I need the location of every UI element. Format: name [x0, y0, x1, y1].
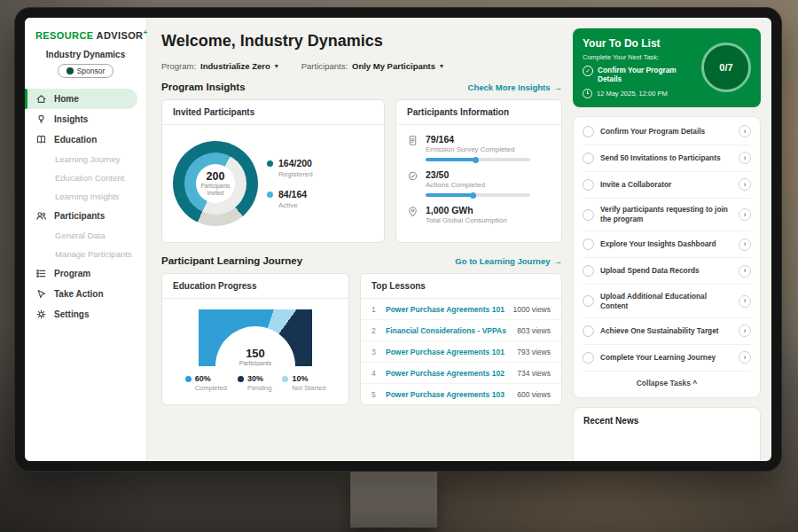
- legend-not-started: 10% Not Started: [282, 374, 325, 392]
- top-lessons-card: Top Lessons 1 Power Purchase Agreements …: [360, 273, 562, 405]
- sidebar-item-program[interactable]: Program: [25, 263, 146, 284]
- checkbox-icon[interactable]: [583, 209, 594, 221]
- chevron-down-icon: ▾: [440, 62, 443, 70]
- check-circle-icon: [407, 170, 419, 182]
- sidebar-item-home[interactable]: Home: [25, 89, 137, 109]
- sidebar-item-education[interactable]: Education: [25, 129, 146, 150]
- chevron-right-icon[interactable]: ›: [739, 239, 751, 251]
- todo-next-task[interactable]: ✓ Confirm Your Program Details: [583, 66, 694, 84]
- task-item[interactable]: Confirm Your Program Details ›: [583, 119, 751, 145]
- invited-participants-card: Invited Participants 200 Participants In…: [161, 99, 385, 243]
- check-more-insights-link[interactable]: Check More Insights →: [468, 82, 562, 92]
- checkbox-icon[interactable]: [583, 126, 594, 137]
- sidebar-item-manage-participants[interactable]: Manage Participants: [25, 245, 146, 263]
- chevron-right-icon[interactable]: ›: [739, 325, 751, 337]
- org-name: Industry Dynamics: [25, 50, 146, 59]
- chevron-right-icon[interactable]: ›: [739, 178, 751, 191]
- invited-donut: 200 Participants Invited: [173, 141, 258, 226]
- chevron-right-icon[interactable]: ›: [739, 125, 751, 137]
- legend-completed: 60% Completed: [185, 374, 227, 392]
- program-filter[interactable]: Program: Industrialize Zero ▾: [161, 61, 278, 71]
- gauge-center-value: 150: [199, 348, 312, 360]
- card-title: Education Progress: [162, 274, 348, 299]
- progress-bar: [426, 158, 530, 161]
- task-item[interactable]: Send 50 Invitations to Participants ›: [583, 145, 751, 172]
- lesson-row[interactable]: 2 Financial Considerations - VPPAs 803 v…: [361, 320, 561, 341]
- lesson-link[interactable]: Power Purchase Agreements 101: [386, 305, 505, 314]
- legend-dot: [267, 192, 273, 198]
- task-item[interactable]: Invite a Collaborator ›: [583, 172, 751, 199]
- todo-progress-ring: 0/7: [701, 43, 751, 92]
- legend-dot: [185, 376, 192, 382]
- monitor-frame: RESOURCEADVISOR+ Industry Dynamics Spons…: [14, 7, 782, 472]
- collapse-tasks-button[interactable]: Collapse Tasks ^: [583, 372, 751, 395]
- checkbox-icon[interactable]: [583, 325, 594, 337]
- participants-filter-value: Only My Participants: [352, 61, 435, 71]
- lesson-row[interactable]: 5 Power Purchase Agreements 103 600 view…: [361, 384, 561, 404]
- lesson-row[interactable]: 3 Power Purchase Agreements 101 793 view…: [361, 341, 561, 363]
- caret-up-icon: ^: [692, 379, 697, 387]
- sponsor-badge-label: Sponsor: [77, 66, 106, 75]
- app-logo: RESOURCEADVISOR+: [25, 27, 146, 41]
- lesson-link[interactable]: Power Purchase Agreements 101: [386, 348, 510, 356]
- sidebar-item-take-action[interactable]: Take Action: [25, 284, 146, 304]
- todo-subtitle: Complete Your Next Task:: [583, 53, 694, 61]
- lesson-row[interactable]: 4 Power Purchase Agreements 102 734 view…: [361, 363, 561, 384]
- task-item[interactable]: Complete Your Learning Journey ›: [583, 345, 751, 372]
- checkbox-icon[interactable]: [583, 295, 594, 307]
- todo-summary-card: Your To Do List Complete Your Next Task:…: [573, 28, 761, 107]
- legend-dot: [238, 376, 244, 382]
- legend-dot: [282, 376, 288, 382]
- chevron-right-icon[interactable]: ›: [739, 152, 751, 164]
- sidebar-item-learning-journey[interactable]: Learning Journey: [25, 150, 146, 168]
- chevron-right-icon[interactable]: ›: [739, 295, 751, 308]
- sidebar-item-settings[interactable]: Settings: [25, 304, 146, 325]
- sidebar: RESOURCEADVISOR+ Industry Dynamics Spons…: [25, 18, 147, 461]
- chevron-right-icon[interactable]: ›: [739, 351, 751, 364]
- book-icon: [35, 134, 47, 145]
- education-gauge: 150 Participants: [199, 309, 312, 366]
- go-to-learning-journey-link[interactable]: Go to Learning Journey →: [455, 256, 562, 266]
- sidebar-item-learning-insights[interactable]: Learning Insights: [25, 187, 146, 206]
- participants-filter[interactable]: Participants: Only My Participants ▾: [301, 61, 443, 71]
- map-pin-icon: [407, 206, 419, 217]
- task-item[interactable]: Upload Spend Data Records ›: [583, 258, 751, 285]
- lesson-link[interactable]: Power Purchase Agreements 103: [386, 390, 510, 399]
- filter-bar: Program: Industrialize Zero ▾ Participan…: [161, 61, 562, 71]
- lesson-link[interactable]: Power Purchase Agreements 102: [386, 369, 510, 378]
- participants-filter-label: Participants:: [301, 61, 348, 71]
- clipboard-icon: [407, 135, 419, 146]
- sidebar-item-insights[interactable]: Insights: [25, 109, 146, 129]
- checkbox-icon[interactable]: [583, 153, 594, 164]
- lesson-row[interactable]: 1 Power Purchase Agreements 101 1000 vie…: [361, 299, 561, 320]
- donut-center-value: 200: [207, 170, 225, 183]
- checkbox-icon[interactable]: [583, 179, 594, 191]
- gear-icon: [35, 309, 47, 320]
- checkbox-icon[interactable]: [583, 352, 594, 364]
- background-scene: RESOURCEADVISOR+ Industry Dynamics Spons…: [0, 0, 798, 532]
- page-title: Welcome, Industry Dynamics: [161, 32, 562, 51]
- program-insights-title: Program Insights: [161, 82, 246, 92]
- task-item[interactable]: Verify participants requesting to join t…: [583, 199, 751, 232]
- sidebar-item-general-data[interactable]: General Data: [25, 226, 146, 245]
- people-icon: [35, 210, 47, 222]
- todo-title: Your To Do List: [583, 37, 694, 50]
- arrow-right-icon: →: [554, 256, 563, 266]
- chevron-right-icon[interactable]: ›: [739, 265, 751, 278]
- sidebar-item-participants[interactable]: Participants: [25, 206, 146, 226]
- checkbox-icon[interactable]: [583, 239, 594, 250]
- lesson-link[interactable]: Financial Considerations - VPPAs: [386, 326, 510, 335]
- chevron-down-icon: ▾: [275, 62, 278, 70]
- recent-news-title: Recent News: [573, 407, 761, 461]
- gauge-center-label: Participants: [199, 360, 312, 366]
- task-item[interactable]: Upload Additional Educational Content ›: [583, 285, 751, 318]
- task-item[interactable]: Explore Your Insights Dashboard ›: [583, 231, 751, 258]
- lightbulb-icon: [35, 113, 47, 125]
- checkbox-icon[interactable]: [583, 265, 594, 277]
- todo-task-list: Confirm Your Program Details › Send 50 I…: [573, 116, 761, 398]
- monitor-stand: [350, 471, 437, 528]
- sidebar-item-education-content[interactable]: Education Content: [25, 168, 146, 187]
- sponsor-icon: [66, 67, 74, 74]
- chevron-right-icon[interactable]: ›: [739, 208, 751, 221]
- task-item[interactable]: Achieve One Sustainability Target ›: [583, 318, 751, 345]
